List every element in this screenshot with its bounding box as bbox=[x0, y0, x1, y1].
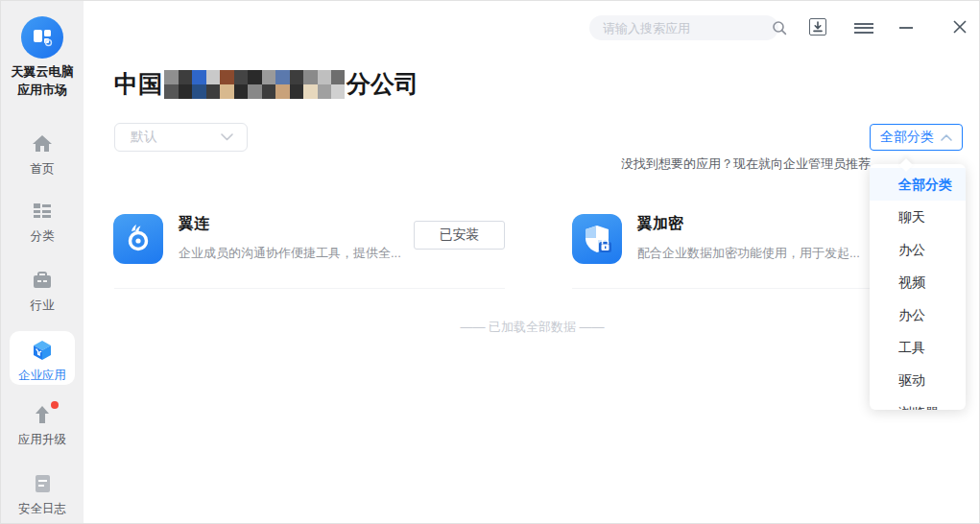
app-description: 配合企业数据加密功能使用，用于发起... bbox=[637, 245, 860, 262]
cube-icon bbox=[31, 339, 54, 362]
arrow-up-icon bbox=[32, 404, 53, 425]
menu-item-all-categories[interactable]: 全部分类 bbox=[870, 168, 966, 201]
page-title: 中国 分公司 bbox=[114, 68, 418, 100]
categories-icon bbox=[32, 201, 53, 222]
app-card-yilian[interactable]: 翼连 企业成员的沟通协作便捷工具，提供全... 已安装 bbox=[113, 210, 505, 289]
download-icon bbox=[809, 18, 826, 36]
sidebar-item-app-upgrade[interactable]: 应用升级 bbox=[1, 404, 84, 448]
page-title-suffix: 分公司 bbox=[347, 68, 418, 100]
card-divider bbox=[114, 288, 505, 289]
sidebar-item-home[interactable]: 首页 bbox=[1, 133, 84, 178]
installed-button[interactable]: 已安装 bbox=[414, 221, 505, 250]
load-complete-text: —— 已加载全部数据 —— bbox=[1, 319, 980, 336]
sidebar-item-label: 企业应用 bbox=[18, 369, 66, 382]
category-dropdown-menu: 全部分类 聊天 办公 视频 办公 工具 驱动 浏览器 bbox=[870, 164, 966, 410]
sidebar-item-label: 首页 bbox=[31, 162, 55, 176]
search-icon[interactable] bbox=[772, 20, 787, 36]
sidebar: 天翼云电脑 应用市场 首页 分类 bbox=[1, 1, 84, 524]
card-divider bbox=[572, 288, 870, 289]
app-logo-icon bbox=[21, 16, 63, 59]
app-name: 天翼云电脑 应用市场 bbox=[1, 62, 84, 99]
sidebar-item-security-log[interactable]: 安全日志 bbox=[1, 473, 84, 517]
recommend-hint: 没找到想要的应用？现在就向企业管理员推荐 bbox=[621, 155, 871, 173]
yilian-app-icon bbox=[113, 214, 163, 264]
app-window: 天翼云电脑 应用市场 首页 分类 bbox=[0, 0, 980, 524]
yijiami-app-icon bbox=[572, 214, 622, 264]
sidebar-item-label: 应用升级 bbox=[18, 433, 66, 446]
sidebar-item-industry[interactable]: 行业 bbox=[1, 270, 84, 314]
sidebar-item-label: 行业 bbox=[31, 298, 55, 312]
menu-item-office[interactable]: 办公 bbox=[870, 233, 966, 266]
menu-item-chat[interactable]: 聊天 bbox=[870, 201, 966, 233]
minimize-icon bbox=[898, 19, 914, 35]
log-icon bbox=[32, 473, 53, 494]
app-card-yijiami[interactable]: 翼加密 配合企业数据加密功能使用，用于发起... bbox=[572, 210, 870, 289]
app-description: 企业成员的沟通协作便捷工具，提供全... bbox=[179, 245, 401, 262]
hamburger-icon bbox=[854, 23, 873, 25]
app-name-title: 翼连 bbox=[179, 214, 209, 234]
sort-select[interactable]: 默认 bbox=[114, 123, 248, 152]
minimize-button[interactable] bbox=[896, 17, 916, 36]
close-icon bbox=[952, 19, 968, 35]
sidebar-item-enterprise-apps[interactable]: 企业应用 bbox=[10, 331, 75, 385]
app-name-title: 翼加密 bbox=[637, 214, 683, 234]
sort-select-value: 默认 bbox=[131, 129, 221, 146]
redacted-title-block bbox=[164, 70, 345, 99]
page-title-prefix: 中国 bbox=[114, 68, 162, 100]
category-filter-label: 全部分类 bbox=[880, 129, 934, 146]
download-manager-button[interactable] bbox=[808, 17, 827, 36]
sidebar-item-label: 分类 bbox=[31, 229, 55, 243]
briefcase-icon bbox=[32, 270, 53, 291]
sidebar-item-categories[interactable]: 分类 bbox=[1, 201, 84, 245]
menu-item-tools[interactable]: 工具 bbox=[870, 331, 966, 364]
search-bar[interactable] bbox=[589, 15, 778, 40]
app-name-line1: 天翼云电脑 bbox=[1, 62, 84, 81]
chevron-down-icon bbox=[221, 133, 233, 141]
category-filter-button[interactable]: 全部分类 bbox=[870, 124, 963, 151]
home-icon bbox=[32, 133, 53, 155]
menu-button[interactable] bbox=[854, 17, 873, 36]
chevron-up-icon bbox=[941, 134, 952, 141]
menu-item-video[interactable]: 视频 bbox=[870, 266, 966, 298]
app-name-line2: 应用市场 bbox=[1, 81, 84, 99]
close-button[interactable] bbox=[950, 17, 969, 36]
menu-item-office2[interactable]: 办公 bbox=[870, 298, 966, 331]
notification-badge bbox=[51, 401, 59, 409]
menu-item-browser-clipped[interactable]: 浏览器 bbox=[870, 396, 966, 410]
search-input[interactable] bbox=[603, 21, 772, 36]
sidebar-item-label: 安全日志 bbox=[18, 502, 66, 515]
menu-item-drivers[interactable]: 驱动 bbox=[870, 364, 966, 396]
